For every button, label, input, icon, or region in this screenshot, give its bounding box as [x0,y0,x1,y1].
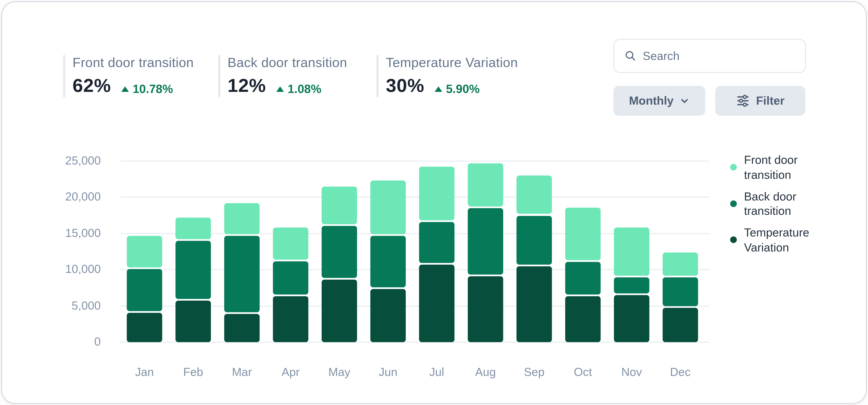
bar-segment[interactable] [273,261,308,294]
bar-segment[interactable] [273,296,308,342]
kpi-front-door: Front door transition 62% 10.78% [63,55,194,98]
bar-sep [517,156,552,342]
kpi-trend-value: 10.78% [132,82,173,96]
kpi-trend: 10.78% [121,82,173,96]
bar-segment[interactable] [176,301,211,342]
bar-nov [614,156,649,342]
bar-segment[interactable] [370,289,406,342]
kpi-title: Back door transition [227,55,347,70]
bar-segment[interactable] [273,228,308,260]
bar-segment[interactable] [321,226,357,278]
legend-label: Back door transition [744,189,822,218]
bar-segment[interactable] [127,269,162,311]
kpi-temperature: Temperature Variation 30% 5.90% [376,55,518,98]
x-axis-tick-label: Aug [461,366,510,379]
bar-segment[interactable] [614,295,649,342]
bar-segment[interactable] [468,208,503,275]
legend-dot [730,200,737,207]
bar-jun [370,156,406,342]
bar-segment[interactable] [662,277,698,306]
y-axis-tick-label: 0 [35,335,101,348]
x-axis-tick-label: Mar [217,366,266,379]
filter-button-label: Filter [756,94,784,107]
x-axis-tick-label: Jul [412,366,461,379]
bar-segment[interactable] [517,216,552,264]
legend-dot [730,237,737,243]
bar-segment[interactable] [614,277,649,294]
kpi-title: Front door transition [72,55,193,70]
bar-segment[interactable] [565,208,601,260]
bar-segment[interactable] [662,308,698,342]
bar-segment[interactable] [468,277,503,342]
kpi-back-door: Back door transition 12% 1.08% [218,55,347,98]
bar-jan [127,156,162,342]
y-axis-tick-label: 20,000 [35,190,101,204]
bar-aug [468,156,503,342]
x-axis-tick-label: Jan [120,366,169,379]
bar-segment[interactable] [224,314,260,342]
legend-dot [730,164,737,170]
legend-item[interactable]: Back door transition [730,189,824,218]
period-dropdown[interactable]: Monthly [614,86,705,116]
bar-segment[interactable] [321,279,357,342]
bar-segment[interactable] [419,222,455,263]
kpi-value: 62% [72,75,111,96]
x-axis-tick-label: May [315,366,364,379]
kpi-accent-bar [218,55,220,97]
sliders-icon [736,94,749,107]
bar-segment[interactable] [127,313,162,342]
bar-segment[interactable] [565,262,601,294]
bar-segment[interactable] [370,236,406,287]
kpi-trend-value: 1.08% [288,82,321,96]
bar-segment[interactable] [517,267,552,342]
bar-segment[interactable] [224,203,260,234]
bar-apr [273,156,308,342]
y-axis-tick-label: 25,000 [35,154,101,167]
kpi-accent-bar [376,55,379,97]
legend-item[interactable]: Front door transition [730,153,824,182]
legend-item[interactable]: Temperature Variation [730,225,824,255]
x-axis-tick-label: Jun [364,366,412,379]
x-axis-tick-label: Feb [169,366,217,379]
x-axis-tick-label: Nov [607,366,656,379]
y-axis-tick-label: 5,000 [35,299,101,312]
chevron-down-icon [679,95,690,106]
bar-segment[interactable] [565,296,601,342]
bar-may [321,156,357,342]
period-dropdown-label: Monthly [629,94,674,107]
x-axis-tick-label: Oct [558,366,607,379]
bar-feb [176,156,211,342]
bar-segment[interactable] [517,176,552,214]
search-input[interactable]: Search [614,39,806,73]
bar-segment[interactable] [614,228,649,276]
bar-segment[interactable] [224,236,260,312]
dashboard-card: Front door transition 62% 10.78% Back do… [1,1,867,404]
search-icon [624,50,637,62]
bar-segment[interactable] [321,186,357,224]
kpi-value: 12% [227,75,266,96]
dashboard: Front door transition 62% 10.78% Back do… [0,0,868,405]
bar-segment[interactable] [176,218,211,239]
y-axis-tick-label: 10,000 [35,262,101,276]
bar-segment[interactable] [127,236,162,268]
bar-segment[interactable] [419,265,455,342]
filter-button[interactable]: Filter [715,86,805,116]
bar-segment[interactable] [662,252,698,276]
bar-segment[interactable] [468,163,503,207]
x-axis-tick-label: Sep [510,366,558,379]
trend-up-icon [121,86,129,92]
x-axis-tick-label: Dec [656,366,705,379]
bar-jul [419,156,455,342]
kpi-trend-value: 5.90% [446,82,479,96]
kpi-accent-bar [63,55,65,97]
bar-oct [565,156,601,342]
bar-segment[interactable] [176,241,211,299]
kpi-value: 30% [386,75,424,96]
kpi-title: Temperature Variation [386,55,518,70]
kpi-trend: 1.08% [276,82,321,96]
bar-segment[interactable] [370,181,406,234]
search-placeholder: Search [643,49,680,62]
bar-dec [662,156,698,342]
legend-label: Temperature Variation [744,225,822,255]
bar-segment[interactable] [419,167,455,221]
